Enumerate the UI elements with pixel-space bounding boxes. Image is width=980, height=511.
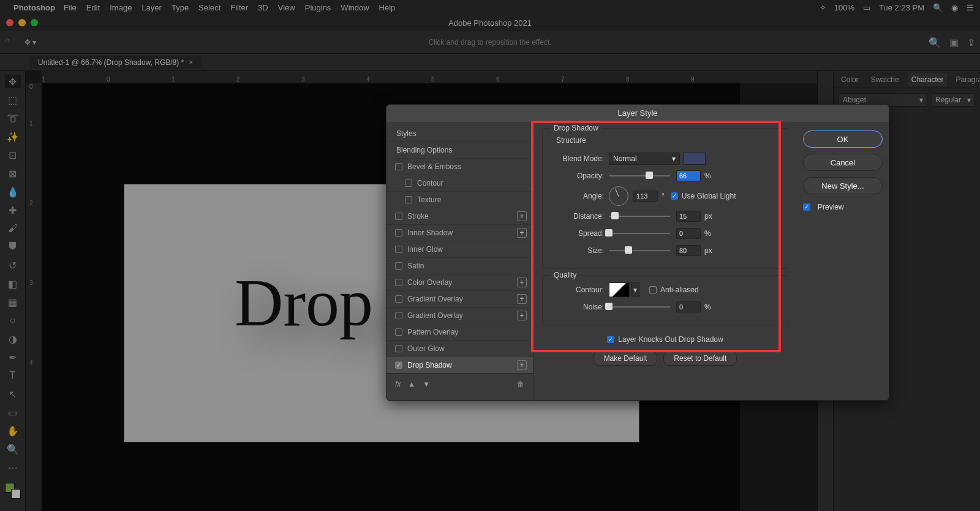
style-item-satin[interactable]: Satin bbox=[386, 257, 533, 274]
share-icon[interactable]: ⇪ bbox=[967, 37, 975, 48]
tab-paragraph[interactable]: Paragra bbox=[952, 73, 980, 86]
style-item-pattern-overlay[interactable]: Pattern Overlay bbox=[386, 324, 533, 340]
healing-tool[interactable]: ✚ bbox=[5, 203, 21, 217]
new-style-button[interactable]: New Style... bbox=[803, 177, 883, 194]
style-item-drop-shadow[interactable]: ✓Drop Shadow+ bbox=[386, 357, 533, 373]
style-item-stroke[interactable]: Stroke+ bbox=[386, 208, 533, 224]
pen-tool[interactable]: ✒ bbox=[5, 350, 21, 364]
shape-tool[interactable]: ▭ bbox=[5, 406, 21, 419]
brush-tool[interactable]: 🖌 bbox=[5, 222, 21, 235]
style-item-inner-shadow[interactable]: Inner Shadow+ bbox=[386, 224, 533, 241]
style-checkbox[interactable]: ✓ bbox=[395, 361, 402, 369]
lasso-tool[interactable]: ➰ bbox=[5, 112, 21, 125]
angle-input[interactable]: 113 bbox=[633, 191, 658, 202]
marquee-tool[interactable]: ⬚ bbox=[5, 93, 21, 107]
menu-window[interactable]: Window bbox=[341, 3, 369, 12]
contour-picker[interactable] bbox=[609, 282, 630, 297]
menu-view[interactable]: View bbox=[278, 3, 295, 12]
menu-help[interactable]: Help bbox=[379, 3, 396, 12]
style-item-gradient-overlay[interactable]: Gradient Overlay+ bbox=[386, 290, 533, 307]
eraser-tool[interactable]: ◧ bbox=[5, 277, 21, 290]
add-effect-icon[interactable]: + bbox=[517, 311, 527, 320]
window-close-button[interactable] bbox=[6, 19, 13, 26]
zoom-tool[interactable]: 🔍 bbox=[5, 442, 21, 456]
font-style-select[interactable]: Regular▾ bbox=[931, 93, 975, 107]
spread-input[interactable]: 0 bbox=[676, 228, 701, 239]
style-checkbox[interactable] bbox=[395, 345, 402, 352]
path-tool[interactable]: ↖ bbox=[5, 387, 21, 401]
style-checkbox[interactable] bbox=[405, 196, 412, 203]
style-item-gradient-overlay[interactable]: Gradient Overlay+ bbox=[386, 307, 533, 324]
app-name[interactable]: Photoshop bbox=[13, 3, 55, 12]
history-brush-tool[interactable]: ↺ bbox=[5, 259, 21, 272]
siri-icon[interactable]: ◉ bbox=[951, 3, 958, 12]
move-up-icon[interactable]: ▲ bbox=[408, 380, 415, 388]
make-default-button[interactable]: Make Default bbox=[594, 351, 658, 366]
add-effect-icon[interactable]: + bbox=[517, 294, 527, 304]
control-center-icon[interactable]: ☰ bbox=[967, 3, 974, 12]
more-tools[interactable]: ⋯ bbox=[5, 461, 21, 474]
size-input[interactable]: 80 bbox=[676, 245, 701, 256]
blur-tool[interactable]: ○ bbox=[5, 314, 21, 327]
menu-3d[interactable]: 3D bbox=[258, 3, 268, 12]
style-item-texture[interactable]: Texture bbox=[386, 191, 533, 208]
distance-input[interactable]: 15 bbox=[676, 211, 701, 222]
menu-file[interactable]: File bbox=[64, 3, 77, 12]
style-checkbox[interactable] bbox=[395, 246, 402, 253]
stamp-tool[interactable]: ⛊ bbox=[5, 240, 21, 254]
color-swatches[interactable] bbox=[5, 483, 21, 499]
menu-edit[interactable]: Edit bbox=[86, 3, 100, 12]
move-down-icon[interactable]: ▼ bbox=[423, 380, 430, 388]
menu-type[interactable]: Type bbox=[172, 3, 189, 12]
frame-tool[interactable]: ⊠ bbox=[5, 167, 21, 180]
opacity-slider[interactable] bbox=[609, 172, 670, 180]
menu-filter[interactable]: Filter bbox=[230, 3, 248, 12]
menu-image[interactable]: Image bbox=[110, 3, 132, 12]
blending-options[interactable]: Blending Options bbox=[386, 142, 533, 158]
angle-dial[interactable] bbox=[609, 186, 628, 206]
style-item-color-overlay[interactable]: Color Overlay+ bbox=[386, 274, 533, 290]
gradient-tool[interactable]: ▦ bbox=[5, 295, 21, 309]
distance-slider[interactable] bbox=[609, 212, 670, 221]
style-checkbox[interactable] bbox=[395, 213, 402, 220]
menu-plugins[interactable]: Plugins bbox=[305, 3, 331, 12]
cancel-button[interactable]: Cancel bbox=[803, 154, 883, 171]
size-slider[interactable] bbox=[609, 246, 670, 255]
dodge-tool[interactable]: ◑ bbox=[5, 332, 21, 346]
move-tool[interactable]: ✥ bbox=[5, 75, 21, 88]
preview-checkbox[interactable]: ✓ bbox=[803, 203, 810, 211]
style-checkbox[interactable] bbox=[395, 229, 402, 237]
style-checkbox[interactable] bbox=[395, 262, 402, 270]
style-checkbox[interactable] bbox=[405, 180, 412, 187]
window-zoom-button[interactable] bbox=[31, 19, 38, 26]
trash-icon[interactable]: 🗑 bbox=[517, 380, 524, 388]
menu-select[interactable]: Select bbox=[198, 3, 221, 12]
style-item-contour[interactable]: Contour bbox=[386, 175, 533, 191]
reset-default-button[interactable]: Reset to Default bbox=[663, 351, 737, 366]
tab-color[interactable]: Color bbox=[837, 73, 862, 86]
style-checkbox[interactable] bbox=[395, 328, 402, 336]
style-checkbox[interactable] bbox=[395, 279, 402, 286]
style-checkbox[interactable] bbox=[395, 295, 402, 303]
opacity-input[interactable]: 66 bbox=[676, 170, 701, 181]
style-checkbox[interactable] bbox=[395, 163, 402, 170]
home-icon[interactable]: ⌂ bbox=[5, 36, 18, 49]
style-item-outer-glow[interactable]: Outer Glow bbox=[386, 340, 533, 357]
spotlight-icon[interactable]: 🔍 bbox=[933, 3, 943, 12]
hand-tool[interactable]: ✋ bbox=[5, 424, 21, 437]
spread-slider[interactable] bbox=[609, 229, 670, 238]
add-effect-icon[interactable]: + bbox=[517, 360, 527, 370]
document-tab[interactable]: Untitled-1 @ 66.7% (Drop Shadow, RGB/8) … bbox=[29, 56, 202, 69]
close-icon[interactable]: × bbox=[189, 58, 193, 67]
style-checkbox[interactable] bbox=[395, 312, 402, 319]
type-tool[interactable]: T bbox=[5, 369, 21, 382]
style-item-inner-glow[interactable]: Inner Glow bbox=[386, 241, 533, 257]
chevron-down-icon[interactable]: ▾ bbox=[631, 282, 639, 297]
anti-aliased-checkbox[interactable] bbox=[649, 286, 657, 293]
tab-character[interactable]: Character bbox=[908, 73, 948, 86]
styles-header[interactable]: Styles bbox=[386, 126, 533, 142]
blend-mode-select[interactable]: Normal▾ bbox=[609, 153, 680, 165]
move-tool-icon[interactable]: ✥ ▾ bbox=[24, 38, 36, 47]
noise-input[interactable]: 0 bbox=[676, 301, 701, 312]
tab-swatches[interactable]: Swatche bbox=[867, 73, 903, 86]
